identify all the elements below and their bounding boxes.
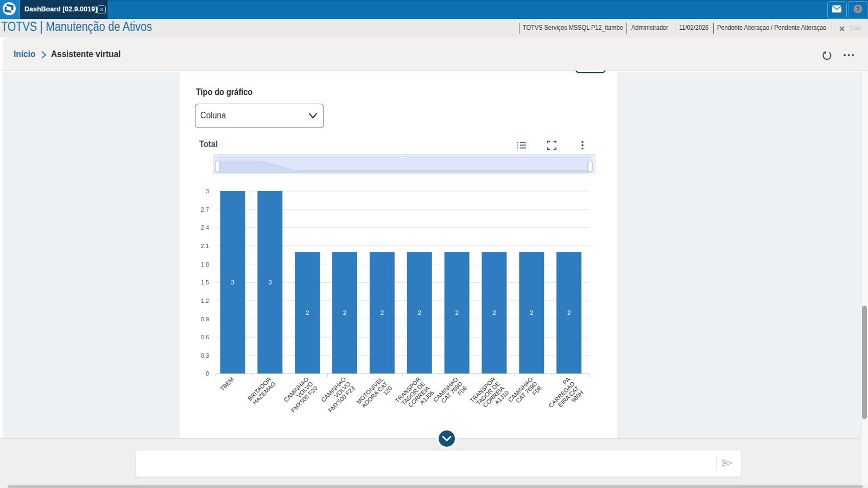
svg-text:2: 2 (455, 309, 458, 316)
svg-text:2: 2 (418, 309, 421, 316)
svg-text:0.3: 0.3 (201, 352, 209, 359)
svg-text:?: ? (856, 5, 860, 13)
svg-text:CAMINHAOCAT 769DF06: CAMINHAOCAT 769DF06 (432, 376, 468, 412)
svg-text:2.4: 2.4 (201, 224, 209, 231)
svg-text:0: 0 (206, 370, 209, 377)
svg-text:2.1: 2.1 (201, 243, 209, 249)
svg-text:1.2: 1.2 (201, 297, 209, 304)
svg-text:TBEM: TBEM (219, 376, 235, 392)
svg-text:TRANSPORTADOR DECORREIAA1J10: TRANSPORTADOR DECORREIAA1J10 (468, 376, 510, 417)
svg-text:2: 2 (381, 309, 384, 316)
svg-text:2: 2 (492, 309, 496, 316)
svg-text:2: 2 (530, 309, 533, 316)
svg-text:0.6: 0.6 (201, 334, 209, 340)
svg-text:CAMINHAOVOLVOFMX500 F23: CAMINHAOVOLVOFMX500 F23 (318, 376, 356, 414)
svg-text:2: 2 (306, 309, 309, 316)
svg-text:MOTONIVELADORA CAT120: MOTONIVELADORA CAT120 (355, 376, 394, 414)
svg-text:3: 3 (206, 188, 209, 194)
svg-text:PACARREGADEIRA CAT980H: PACARREGADEIRA CAT980H (543, 376, 585, 417)
svg-text:CAMINHAOCAT 769DF08: CAMINHAOCAT 769DF08 (506, 376, 543, 412)
svg-text:BRITADORHAZEMAG: BRITADORHAZEMAG (246, 376, 277, 406)
svg-text:2: 2 (567, 309, 571, 316)
svg-text:3: 3 (231, 279, 234, 286)
svg-text:1.8: 1.8 (201, 261, 209, 268)
svg-text:2: 2 (343, 309, 346, 316)
svg-text:3: 3 (268, 279, 271, 286)
svg-text:TRANSPORTADOR DECORREIAA1J06: TRANSPORTADOR DECORREIAA1J06 (394, 376, 435, 417)
svg-text:1.5: 1.5 (201, 279, 209, 286)
svg-text:0.9: 0.9 (201, 316, 209, 322)
svg-text:2.7: 2.7 (201, 206, 209, 213)
svg-text:CAMINHAOVOLVOFMX500 F20: CAMINHAOVOLVOFMX500 F20 (281, 376, 319, 414)
